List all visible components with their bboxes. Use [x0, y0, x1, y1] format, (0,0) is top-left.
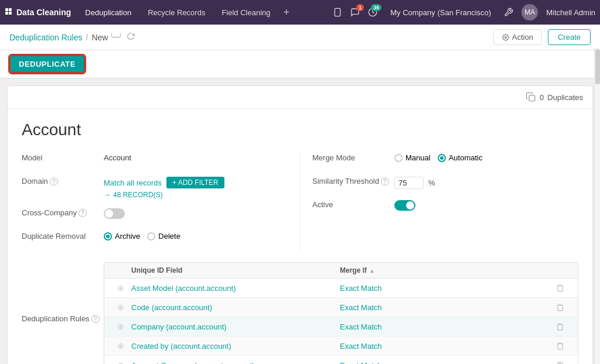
duplicate-removal-row: Duplicate Removal Archive: [22, 229, 277, 246]
delete-option[interactable]: Delete: [147, 232, 180, 241]
rule-field-4[interactable]: Created by (account.account): [131, 342, 340, 351]
svg-rect-8: [529, 95, 535, 101]
active-toggle[interactable]: [394, 198, 578, 211]
action-label: Action: [512, 33, 533, 42]
dedup-rules-container: Deduplication Rules ? Unique ID Field: [22, 262, 578, 364]
breadcrumb-parent[interactable]: Deduplication Rules: [9, 33, 83, 42]
deduplicate-button[interactable]: DEDUPLICATE: [9, 55, 85, 73]
card-header: 0 Duplicates: [8, 86, 592, 109]
model-row: Model Account: [22, 151, 277, 167]
phone-icon[interactable]: [333, 8, 342, 17]
domain-value: Match all records + ADD FILTER → 48 RECO…: [104, 174, 277, 199]
user-name: Mitchell Admin: [546, 8, 595, 17]
domain-label: Domain ?: [22, 174, 104, 186]
rules-table: Unique ID Field Merge If ▲ ⊕: [104, 262, 578, 364]
cloud-icon[interactable]: [111, 32, 121, 43]
cross-company-label: Cross-Company ?: [22, 206, 104, 217]
similarity-label: Similarity Threshold ?: [312, 174, 394, 186]
duplicate-removal-options: Archive Delete: [104, 232, 277, 241]
nav-field-cleaning[interactable]: Field Cleaning: [214, 5, 277, 20]
rules-table-header: Unique ID Field Merge If ▲: [104, 263, 578, 279]
rule-match-2[interactable]: Exact Match: [340, 303, 548, 312]
archive-radio[interactable]: [104, 232, 112, 241]
form-left: Model Account Domain ?: [22, 151, 300, 253]
svg-rect-1: [9, 8, 12, 11]
wrench-icon[interactable]: [504, 8, 513, 17]
main-content: 0 Duplicates Account Model: [0, 78, 600, 364]
scrollbar-thumb[interactable]: [595, 49, 600, 84]
breadcrumb-icons: [111, 32, 135, 43]
similarity-value: %: [394, 174, 578, 189]
col-header-merge-if: Merge If ▲: [340, 266, 548, 274]
delete-radio[interactable]: [147, 232, 155, 241]
similarity-help-icon[interactable]: ?: [381, 177, 389, 186]
drag-handle-2[interactable]: ⊕: [110, 303, 131, 312]
rule-field-2[interactable]: Code (account.account): [131, 303, 340, 312]
dedup-btn-bar: DEDUPLICATE: [0, 50, 600, 78]
rule-match-1[interactable]: Exact Match: [340, 284, 548, 293]
cross-company-help-icon[interactable]: ?: [79, 209, 87, 217]
table-row: ⊕ Asset Model (account.account) Exact Ma…: [104, 279, 578, 298]
form-body: Account Model Account: [8, 109, 592, 364]
rule-match-3[interactable]: Exact Match: [340, 322, 548, 331]
nav-add-icon[interactable]: +: [280, 6, 294, 19]
nav-deduplication[interactable]: Deduplication: [78, 5, 138, 20]
domain-help-icon[interactable]: ?: [50, 177, 58, 186]
dedup-rules-section: Deduplication Rules ? Unique ID Field: [22, 262, 578, 364]
form-grid: Model Account Domain ?: [22, 151, 578, 253]
delete-btn-5[interactable]: [548, 361, 572, 364]
add-filter-button[interactable]: + ADD FILTER: [166, 177, 224, 188]
rule-field-1[interactable]: Asset Model (account.account): [131, 284, 340, 293]
drag-handle-1[interactable]: ⊕: [110, 283, 131, 293]
chat-icon[interactable]: 1: [350, 8, 360, 17]
merge-mode-value: Manual Automatic: [394, 151, 578, 162]
table-row: ⊕ Account Currency (account.account) Exa…: [104, 356, 578, 364]
action-button[interactable]: Action: [493, 29, 542, 45]
manual-radio[interactable]: [394, 154, 403, 162]
svg-rect-4: [335, 8, 340, 16]
automatic-radio[interactable]: [438, 154, 446, 162]
cross-company-toggle-switch[interactable]: [104, 208, 125, 219]
records-link[interactable]: → 48 RECORD(S): [104, 191, 277, 199]
active-toggle-switch[interactable]: [394, 200, 415, 211]
drag-handle-3[interactable]: ⊕: [110, 322, 131, 331]
svg-point-7: [504, 36, 506, 38]
clock-icon[interactable]: 36: [368, 8, 377, 17]
scrollbar[interactable]: [594, 48, 600, 364]
manual-option[interactable]: Manual: [394, 153, 431, 162]
rule-match-5[interactable]: Exact Match: [340, 361, 548, 365]
svg-rect-0: [5, 8, 8, 11]
automatic-option[interactable]: Automatic: [438, 153, 483, 162]
active-label: Active: [312, 198, 394, 209]
delete-btn-2[interactable]: [548, 303, 572, 311]
create-button[interactable]: Create: [548, 29, 591, 45]
grid-menu-icon[interactable]: [5, 8, 14, 17]
arrow-icon: →: [104, 191, 111, 199]
rule-match-4[interactable]: Exact Match: [340, 342, 548, 351]
cross-company-row: Cross-Company ?: [22, 206, 277, 222]
dedup-rules-help-icon[interactable]: ?: [91, 315, 100, 323]
archive-option[interactable]: Archive: [104, 232, 140, 241]
threshold-input[interactable]: [394, 177, 424, 189]
delete-btn-4[interactable]: [548, 342, 572, 350]
form-title: Account: [22, 121, 578, 139]
app-name: Data Cleaning: [16, 8, 71, 17]
form-right: Merge Mode Manual: [300, 151, 578, 253]
sort-icon[interactable]: ▲: [369, 267, 375, 274]
rule-field-5[interactable]: Account Currency (account.account): [131, 361, 340, 365]
delete-btn-1[interactable]: [548, 284, 572, 292]
threshold-row: %: [394, 177, 578, 189]
drag-handle-4[interactable]: ⊕: [110, 341, 131, 351]
merge-mode-row: Merge Mode Manual: [312, 151, 578, 167]
duplicates-button[interactable]: 0 Duplicates: [526, 92, 583, 102]
nav-recycle-records[interactable]: Recycle Records: [141, 5, 212, 20]
drag-handle-5[interactable]: ⊕: [110, 360, 131, 364]
rule-field-3[interactable]: Company (account.account): [131, 322, 340, 331]
delete-btn-3[interactable]: [548, 322, 572, 331]
cross-company-toggle[interactable]: [104, 206, 277, 219]
refresh-icon[interactable]: [127, 32, 135, 43]
table-row: ⊕ Created by (account.account) Exact Mat…: [104, 336, 578, 356]
domain-row: Domain ? Match all records + ADD FILTER …: [22, 174, 277, 199]
dedup-rules-label: Deduplication Rules ?: [22, 262, 104, 364]
breadcrumb-separator: /: [86, 33, 88, 42]
